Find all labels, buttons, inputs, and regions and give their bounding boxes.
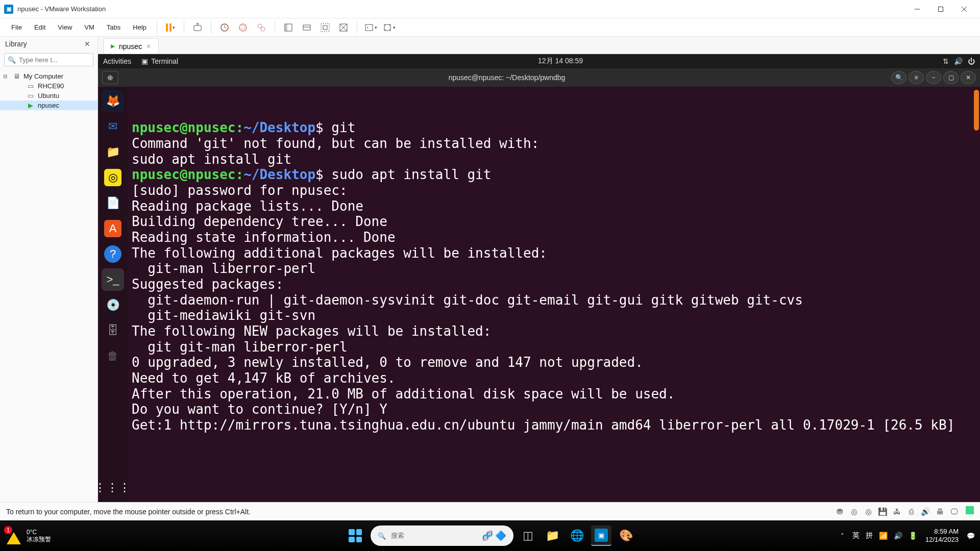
snapshot-revert-button[interactable] xyxy=(235,19,251,36)
terminal-icon: >_ xyxy=(104,271,121,288)
workspace: Library ✕ 🔍 ⊟ 🖥 My Computer ▭ RHCE90 ▭ U… xyxy=(0,37,980,502)
taskbar-explorer[interactable]: 📁 xyxy=(542,525,562,546)
tree-item-ubuntu[interactable]: ▭ Ubuntu xyxy=(0,91,97,101)
hdd-icon[interactable]: ⛃ xyxy=(834,506,845,517)
view-single-button[interactable] xyxy=(280,19,297,36)
library-tree: ⊟ 🖥 My Computer ▭ RHCE90 ▭ Ubuntu ▶ npus… xyxy=(0,68,97,113)
dock-disc[interactable]: 💿 xyxy=(102,294,124,316)
view-unity-button[interactable] xyxy=(335,19,352,36)
apps-grid-icon: ⋮⋮⋮ xyxy=(98,481,131,494)
sound-icon[interactable]: 🔊 xyxy=(920,506,931,517)
network-icon[interactable]: 🖧 xyxy=(891,506,902,517)
ime-indicator-2[interactable]: 拼 xyxy=(866,531,873,540)
guest-screen[interactable]: Activities ▣ Terminal 12月 14 08:59 ⇅ 🔊 ⏻… xyxy=(98,54,980,502)
terminal-maximize-button[interactable]: ▢ xyxy=(943,71,959,84)
terminal-minimize-button[interactable]: − xyxy=(926,71,941,84)
tray-overflow-button[interactable]: ˄ xyxy=(841,532,844,540)
dock-files[interactable]: 📁 xyxy=(102,141,124,163)
view-fullscreen-button[interactable] xyxy=(317,19,333,36)
dock-drive[interactable]: 🗄 xyxy=(102,319,124,342)
library-search-input[interactable] xyxy=(19,56,90,64)
device-indicators: ⛃ ◎ ◎ 💾 🖧 ⎙ 🔊 🖶 🖵 xyxy=(834,506,974,517)
taskbar-app[interactable]: 🎨 xyxy=(616,525,636,546)
tab-close-button[interactable]: ✕ xyxy=(146,43,151,50)
console-view-button[interactable]: ▾ xyxy=(362,19,379,36)
gnome-system-menu[interactable]: ⇅ 🔊 ⏻ xyxy=(943,57,975,65)
taskbar-clock[interactable]: 8:59 AM 12/14/2023 xyxy=(925,528,959,543)
snapshot-take-button[interactable] xyxy=(216,19,233,36)
minimize-button[interactable] xyxy=(905,1,929,17)
dock-terminal[interactable]: >_ xyxy=(102,268,124,291)
dock-firefox[interactable]: 🦊 xyxy=(102,90,124,112)
dock-rhythmbox[interactable]: ◎ xyxy=(102,166,124,189)
cd-icon[interactable]: ◎ xyxy=(848,506,860,517)
tree-item-rhce90[interactable]: ▭ RHCE90 xyxy=(0,81,97,91)
terminal-menu-button[interactable]: ≡ xyxy=(909,71,924,84)
vm-tab-label: npusec xyxy=(119,42,142,51)
terminal-close-button[interactable]: ✕ xyxy=(961,71,976,84)
dock-writer[interactable]: 📄 xyxy=(102,192,124,214)
menu-vm[interactable]: VM xyxy=(79,20,100,34)
gnome-clock[interactable]: 12月 14 08:59 xyxy=(178,57,943,66)
drive-icon: 🗄 xyxy=(107,324,118,337)
taskbar-vmware[interactable]: ▣ xyxy=(591,525,611,546)
weather-widget[interactable]: 1 0°C 冰冻预警 xyxy=(5,527,51,544)
menu-help[interactable]: Help xyxy=(128,20,152,34)
vm-area: ▶ npusec ✕ Activities ▣ Terminal 12月 14 … xyxy=(98,37,980,502)
task-view-button[interactable]: ◫ xyxy=(518,525,538,546)
vm-tab-npusec[interactable]: ▶ npusec ✕ xyxy=(103,38,159,54)
stretch-guest-button[interactable]: ▾ xyxy=(381,19,397,36)
usb-icon[interactable]: ⎙ xyxy=(905,506,917,517)
gnome-app-indicator[interactable]: ▣ Terminal xyxy=(141,57,178,65)
menu-edit[interactable]: Edit xyxy=(29,20,51,34)
vm-tab-bar: ▶ npusec ✕ xyxy=(98,37,980,54)
terminal-new-tab-button[interactable]: ⊕ xyxy=(102,71,118,84)
separator xyxy=(184,21,184,34)
close-button[interactable] xyxy=(952,1,976,17)
wifi-icon[interactable]: 📶 xyxy=(879,532,888,540)
terminal-body[interactable]: npusec@npusec:~/Desktop$ git Command 'gi… xyxy=(128,87,980,502)
view-console-button[interactable] xyxy=(299,19,315,36)
vm-off-icon: ▭ xyxy=(27,92,35,99)
terminal-icon: ▣ xyxy=(141,57,148,65)
prompt-user: npusec@npusec xyxy=(132,167,236,182)
term-line: git-man liberror-perl xyxy=(132,261,315,276)
dock-software[interactable]: A xyxy=(102,217,124,240)
edge-icon: 🌐 xyxy=(570,529,584,542)
term-line: After this operation, 21.0 MB of additio… xyxy=(132,386,675,402)
battery-icon[interactable]: 🔋 xyxy=(909,532,917,540)
dock-thunderbird[interactable]: ✉ xyxy=(102,115,124,138)
dock-trash[interactable]: 🗑 xyxy=(102,345,124,367)
terminal-scrollbar[interactable] xyxy=(974,90,979,131)
taskbar-search[interactable]: 🔍 搜索 🧬🔷 xyxy=(371,525,513,546)
taskbar-edge[interactable]: 🌐 xyxy=(567,525,587,546)
dock-show-apps[interactable]: ⋮⋮⋮ xyxy=(102,477,124,499)
expander-icon[interactable]: ⊟ xyxy=(3,73,9,79)
maximize-button[interactable] xyxy=(929,1,952,17)
display-icon[interactable]: 🖵 xyxy=(948,506,960,517)
notifications-button[interactable]: 💬 xyxy=(967,532,975,540)
library-close-button[interactable]: ✕ xyxy=(82,40,92,48)
menu-file[interactable]: File xyxy=(6,20,27,34)
library-search[interactable]: 🔍 xyxy=(4,53,93,66)
svg-point-7 xyxy=(258,24,262,28)
vm-on-icon: ▶ xyxy=(111,43,115,49)
tree-my-computer[interactable]: ⊟ 🖥 My Computer xyxy=(0,71,97,81)
firefox-icon: 🦊 xyxy=(106,94,120,108)
tree-item-npusec[interactable]: ▶ npusec xyxy=(0,101,97,110)
menu-tabs[interactable]: Tabs xyxy=(102,20,126,34)
floppy-icon[interactable]: 💾 xyxy=(877,506,888,517)
start-button[interactable] xyxy=(344,524,366,547)
printer-icon[interactable]: 🖶 xyxy=(934,506,945,517)
terminal-search-button[interactable]: 🔍 xyxy=(891,71,906,84)
snapshot-manager-button[interactable] xyxy=(253,19,270,36)
volume-icon[interactable]: 🔊 xyxy=(894,532,902,540)
dock-help[interactable]: ? xyxy=(102,243,124,265)
cd2-icon[interactable]: ◎ xyxy=(863,506,874,517)
menu-view[interactable]: View xyxy=(53,20,77,34)
gnome-activities[interactable]: Activities xyxy=(103,57,131,65)
term-line: [sudo] password for npusec: xyxy=(132,183,355,198)
send-ctrl-alt-del-button[interactable] xyxy=(189,19,206,36)
ime-indicator-1[interactable]: 英 xyxy=(852,531,860,540)
pause-button[interactable]: ▾ xyxy=(162,19,179,36)
